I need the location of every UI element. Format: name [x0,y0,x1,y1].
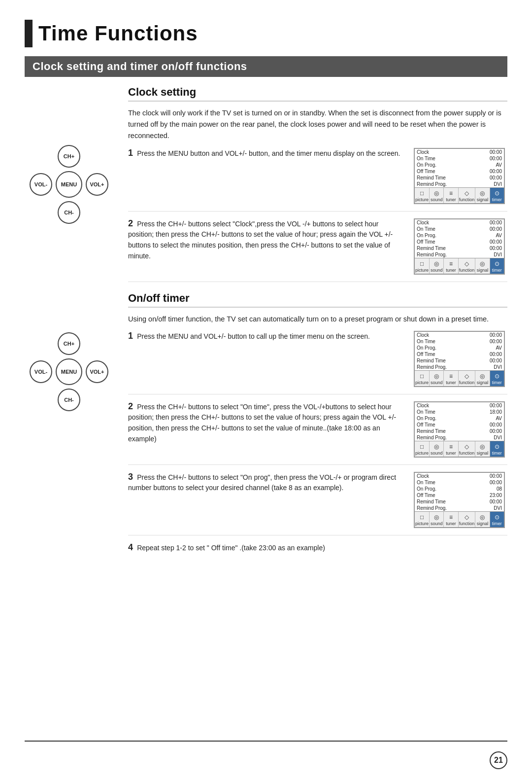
osd-nav-bar-ot3: □picture ◎sound ≡tuner ◇function ◎signal… [415,511,504,527]
nav-function: ◇function [459,512,476,527]
nav-signal: ◎signal [475,512,490,527]
osd-row: Remind Time00:00 [415,428,504,434]
nav-signal: ◎signal [475,441,490,457]
osd-row: On Time18:00 [415,409,504,415]
osd-screen-ot3: Clock00:00 On Time00:00 On Prog.08 Off T… [414,472,507,528]
osd-row: Off Time00:00 [415,351,504,357]
onoff-step-2: 2 Press the CH+/- buttons to select "On … [128,401,507,465]
osd-row: Remind Prog.DVI [415,364,504,370]
osd-row: Clock00:00 [415,219,504,226]
osd-row: On Prog.AV [415,415,504,422]
osd-display-ot2: Clock00:00 On Time18:00 On Prog.AV Off T… [414,401,505,458]
osd-row: Off Time23:00 [415,492,504,498]
title-accent [25,20,33,47]
nav-tuner: ≡tuner [444,371,458,386]
osd-row: On Prog.AV [415,162,504,168]
clock-step-1: 1 Press the MENU button and VOL+/- butto… [128,148,507,212]
nav-function: ◇function [459,371,476,386]
section-header: Clock setting and timer on/off functions [25,56,507,77]
nav-picture: □picture [415,512,430,527]
osd-screen-ot1: Clock00:00 On Time00:00 On Prog.AV Off T… [414,331,507,387]
nav-tuner: ≡tuner [444,512,458,527]
onoff-step-num-1: 1 [128,331,133,341]
osd-row: Remind Time00:00 [415,498,504,505]
nav-picture: □picture [415,188,430,203]
step-text-2: Press the CH+/- buttons select "Clock",p… [128,220,393,260]
osd-row: On Prog.08 [415,486,504,492]
main-layout: CH+ VOL- MENU VOL+ CH- CH+ [25,86,507,567]
bottom-line [25,741,507,742]
vol-minus-button-2[interactable]: VOL- [30,360,52,383]
osd-screen-ot4-empty [414,542,507,554]
onoff-step-1-text: 1 Press the MENU and VOL+/- button to ca… [128,331,406,387]
osd-row: Remind Prog.DVI [415,181,504,187]
onoff-text-4: Repeat step 1-2 to set " Off time" .(tak… [137,544,325,552]
page-title-bar: Time Functions [25,20,507,47]
clock-setting-heading: Clock setting [128,86,507,102]
osd-nav-bar-ot2: □picture ◎sound ≡tuner ◇function ◎signal… [415,441,504,457]
osd-screen-cs2: Clock00:00 On Time00:00 On Prog.AV Off T… [414,218,507,275]
ch-plus-button-2[interactable]: CH+ [58,332,80,355]
ch-plus-button-1[interactable]: CH+ [58,145,80,168]
nav-sound: ◎sound [430,258,444,274]
nav-timer: ⊙timer [490,188,504,203]
nav-signal: ◎signal [475,258,490,274]
nav-picture: □picture [415,258,430,274]
right-column: Clock setting The clock will only work i… [128,86,507,567]
clock-step-1-text: 1 Press the MENU button and VOL+/- butto… [128,148,406,204]
osd-row: Off Time00:00 [415,168,504,175]
vol-minus-button-1[interactable]: VOL- [30,173,52,196]
onoff-timer-intro: Using on/off timer function, the TV set … [128,314,507,325]
ch-minus-button-1[interactable]: CH- [58,201,80,224]
osd-row: On Prog.AV [415,232,504,239]
osd-nav-bar-ot1: □picture ◎sound ≡tuner ◇function ◎signal… [415,370,504,386]
onoff-step-num-3: 3 [128,472,133,482]
osd-display-cs2: Clock00:00 On Time00:00 On Prog.AV Off T… [414,218,505,275]
onoff-step-1: 1 Press the MENU and VOL+/- button to ca… [128,331,507,394]
vol-plus-button-1[interactable]: VOL+ [86,173,108,196]
ch-minus-button-2[interactable]: CH- [58,389,80,411]
onoff-step-num-4: 4 [128,542,133,552]
osd-row: Off Time00:00 [415,239,504,245]
onoff-timer-heading: On/off timer [128,292,507,308]
osd-row: Remind Time00:00 [415,245,504,251]
remote-diagram-2: CH+ VOL- MENU VOL+ CH- [30,332,108,411]
nav-tuner: ≡tuner [444,188,458,203]
osd-screen-ot2: Clock00:00 On Time18:00 On Prog.AV Off T… [414,401,507,458]
osd-table-cs1: Clock00:00 On Time00:00 On Prog.AV Off T… [415,149,504,187]
nav-signal: ◎signal [475,371,490,386]
osd-row: On Time00:00 [415,155,504,162]
osd-row: Remind Time00:00 [415,175,504,181]
osd-screen-cs1: Clock00:00 On Time00:00 On Prog.AV Off T… [414,148,507,204]
onoff-step-4-text: 4 Repeat step 1-2 to set " Off time" .(t… [128,542,406,554]
onoff-step-num-2: 2 [128,401,133,411]
nav-sound: ◎sound [430,441,444,457]
osd-row: Off Time00:00 [415,422,504,428]
osd-row: On Prog.AV [415,345,504,351]
nav-function: ◇function [459,188,476,203]
clock-step-2-text: 2 Press the CH+/- buttons select "Clock"… [128,218,406,275]
nav-function: ◇function [459,441,476,457]
nav-sound: ◎sound [430,512,444,527]
nav-sound: ◎sound [430,371,444,386]
vol-plus-button-2[interactable]: VOL+ [86,360,108,383]
osd-display-ot3: Clock00:00 On Time00:00 On Prog.08 Off T… [414,472,505,528]
osd-row: Clock00:00 [415,332,504,338]
onoff-step-2-text: 2 Press the CH+/- buttons to select "On … [128,401,406,458]
nav-picture: □picture [415,441,430,457]
nav-timer: ⊙timer [490,371,504,386]
clock-setting-intro: The clock will only work if the TV set i… [128,107,507,142]
osd-row: On Time00:00 [415,338,504,345]
onoff-step-4: 4 Repeat step 1-2 to set " Off time" .(t… [128,542,507,561]
onoff-timer-section: On/off timer Using on/off timer function… [128,292,507,561]
osd-table-ot2: Clock00:00 On Time18:00 On Prog.AV Off T… [415,402,504,441]
menu-button-1[interactable]: MENU [56,171,82,198]
page-title: Time Functions [38,22,198,45]
osd-row: Clock00:00 [415,473,504,479]
nav-tuner: ≡tuner [444,258,458,274]
nav-timer: ⊙timer [490,512,504,527]
page-number: 21 [490,751,507,769]
menu-button-2[interactable]: MENU [56,358,82,385]
osd-row: On Time00:00 [415,479,504,486]
nav-signal: ◎signal [475,188,490,203]
